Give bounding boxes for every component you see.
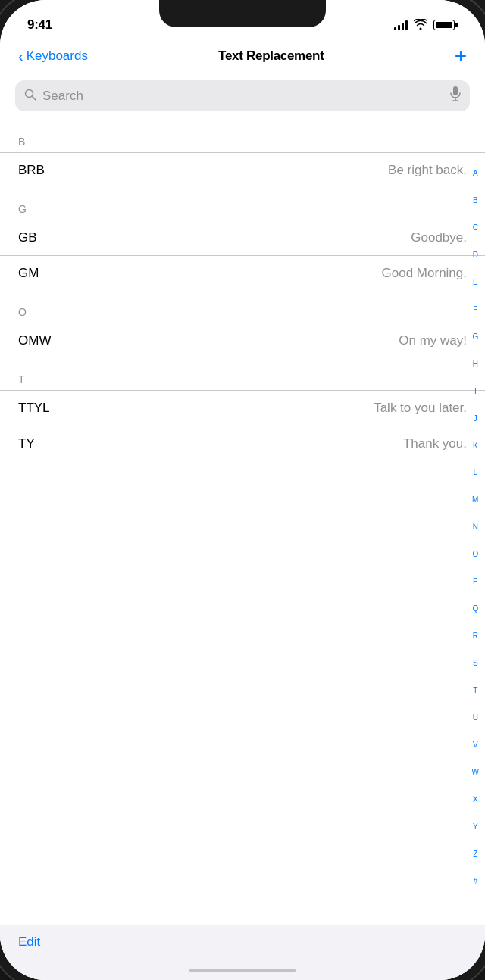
- phrase-label: Good Morning.: [382, 266, 467, 281]
- alpha-I[interactable]: I: [471, 387, 480, 396]
- alpha-E[interactable]: E: [470, 278, 481, 287]
- search-bar[interactable]: Search: [15, 80, 470, 111]
- alpha-#[interactable]: #: [470, 877, 480, 886]
- phrase-label: On my way!: [399, 333, 467, 348]
- table-row[interactable]: GM Good Morning.: [0, 255, 485, 291]
- table-row[interactable]: TY Thank you.: [0, 426, 485, 461]
- alpha-P[interactable]: P: [470, 577, 481, 586]
- alpha-U[interactable]: U: [470, 713, 481, 723]
- screen-content: 9:41: [0, 0, 485, 980]
- alpha-G[interactable]: G: [469, 332, 481, 342]
- phrase-label: Be right back.: [388, 163, 467, 178]
- phrase-label: Goodbye.: [411, 230, 467, 245]
- table-row[interactable]: OMW On my way!: [0, 323, 485, 358]
- alpha-R[interactable]: R: [470, 632, 481, 641]
- alpha-C[interactable]: C: [470, 223, 481, 233]
- alpha-X[interactable]: X: [470, 795, 481, 804]
- alpha-L[interactable]: L: [470, 468, 480, 477]
- back-label: Keyboards: [27, 48, 88, 64]
- nav-bar: ‹ Keyboards Text Replacement +: [0, 39, 485, 74]
- alpha-N[interactable]: N: [470, 523, 481, 532]
- alpha-H[interactable]: H: [470, 360, 481, 369]
- alpha-T[interactable]: T: [470, 686, 480, 695]
- home-indicator: [189, 969, 296, 972]
- alpha-Y[interactable]: Y: [470, 822, 481, 832]
- section-header-B: B: [0, 120, 485, 152]
- section-header-T: T: [0, 358, 485, 390]
- shortcut-label: GM: [18, 266, 39, 281]
- alpha-S[interactable]: S: [470, 659, 481, 668]
- alpha-K[interactable]: K: [470, 442, 481, 451]
- search-container: Search: [0, 74, 485, 120]
- page-title: Text Replacement: [218, 48, 324, 64]
- mic-icon: [450, 86, 461, 105]
- wifi-icon: [414, 19, 427, 32]
- list-content: B BRB Be right back. G GB Goodbye. GM Go…: [0, 120, 485, 980]
- search-placeholder: Search: [42, 89, 444, 104]
- shortcut-label: BRB: [18, 163, 45, 178]
- edit-button[interactable]: Edit: [18, 935, 40, 950]
- notch: [159, 0, 326, 27]
- alpha-A[interactable]: A: [470, 169, 481, 178]
- back-chevron-icon: ‹: [18, 48, 23, 64]
- table-row[interactable]: GB Goodbye.: [0, 220, 485, 255]
- signal-bars-icon: [394, 20, 408, 30]
- alpha-W[interactable]: W: [469, 768, 482, 777]
- table-row[interactable]: TTYL Talk to you later.: [0, 390, 485, 426]
- alpha-F[interactable]: F: [470, 305, 480, 314]
- shortcut-label: TTYL: [18, 401, 50, 416]
- alpha-B[interactable]: B: [470, 196, 481, 205]
- alpha-Q[interactable]: Q: [469, 604, 481, 613]
- back-button[interactable]: ‹ Keyboards: [18, 48, 88, 64]
- alpha-J[interactable]: J: [471, 414, 480, 423]
- section-header-G: G: [0, 188, 485, 220]
- phrase-label: Thank you.: [403, 436, 467, 451]
- shortcut-label: TY: [18, 436, 35, 451]
- alpha-O[interactable]: O: [469, 550, 481, 559]
- add-button[interactable]: +: [455, 45, 467, 67]
- alpha-M[interactable]: M: [469, 495, 481, 504]
- alpha-Z[interactable]: Z: [470, 850, 480, 859]
- status-icons: [394, 19, 458, 32]
- phrase-label: Talk to you later.: [374, 401, 467, 416]
- section-header-O: O: [0, 291, 485, 323]
- table-row[interactable]: BRB Be right back.: [0, 152, 485, 188]
- status-time: 9:41: [27, 17, 52, 33]
- phone-frame: 9:41: [0, 0, 485, 980]
- bottom-toolbar: Edit: [0, 925, 485, 980]
- search-icon: [24, 89, 36, 104]
- sections-container: B BRB Be right back. G GB Goodbye. GM Go…: [0, 120, 485, 461]
- alpha-V[interactable]: V: [470, 741, 481, 750]
- svg-line-1: [33, 96, 36, 100]
- shortcut-label: OMW: [18, 333, 51, 348]
- alpha-index: ABCDEFGHIJKLMNOPQRSTUVWXYZ#: [469, 166, 482, 889]
- battery-icon: [433, 20, 458, 30]
- shortcut-label: GB: [18, 230, 37, 245]
- svg-rect-2: [453, 86, 458, 95]
- alpha-D[interactable]: D: [470, 251, 481, 260]
